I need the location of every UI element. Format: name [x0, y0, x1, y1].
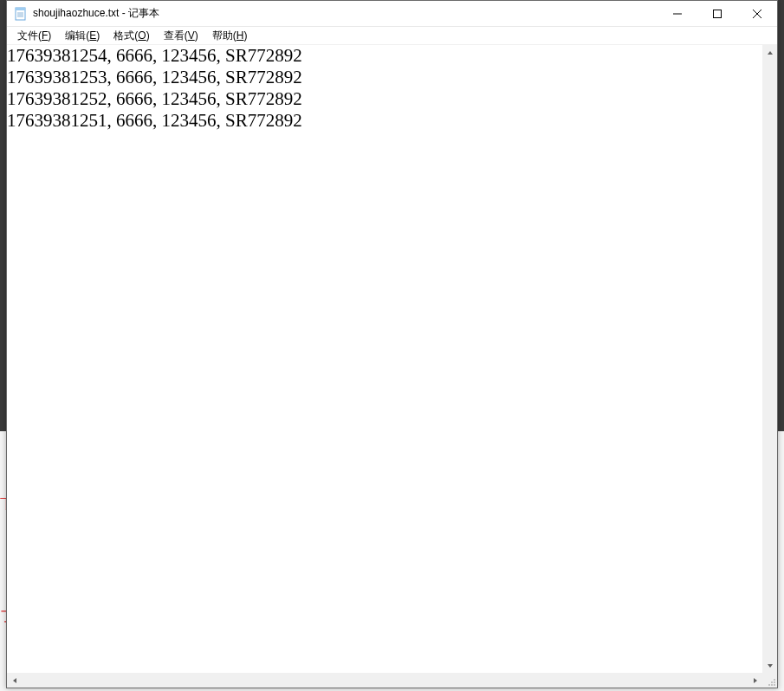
- menu-view[interactable]: 查看(V): [157, 27, 205, 45]
- svg-rect-6: [714, 10, 722, 17]
- vertical-scrollbar[interactable]: [762, 45, 777, 673]
- notepad-icon: [14, 7, 28, 21]
- menu-file[interactable]: 文件(F): [10, 27, 58, 45]
- svg-marker-11: [13, 678, 16, 683]
- scroll-up-arrow-icon[interactable]: [762, 45, 777, 60]
- svg-marker-12: [754, 678, 757, 683]
- svg-marker-10: [768, 664, 773, 668]
- maximize-button[interactable]: [697, 1, 737, 27]
- text-area[interactable]: 17639381254, 6666, 123456, SR772892 1763…: [7, 45, 777, 688]
- svg-point-16: [768, 684, 770, 686]
- scroll-left-arrow-icon[interactable]: [7, 673, 22, 688]
- notepad-window: shoujihaozhuce.txt - 记事本 文件(F) 编辑(E) 格式(…: [6, 0, 778, 688]
- menu-help[interactable]: 帮助(H): [205, 27, 255, 45]
- svg-marker-9: [768, 51, 773, 55]
- svg-rect-1: [16, 8, 25, 10]
- scroll-down-arrow-icon[interactable]: [762, 658, 777, 673]
- menu-edit[interactable]: 编辑(E): [58, 27, 107, 45]
- minimize-button[interactable]: [658, 1, 697, 27]
- window-title: shoujihaozhuce.txt - 记事本: [33, 6, 159, 21]
- scroll-right-arrow-icon[interactable]: [748, 673, 762, 688]
- resize-grip-icon[interactable]: [762, 673, 777, 688]
- horizontal-scrollbar[interactable]: [7, 673, 777, 688]
- menu-format[interactable]: 格式(O): [107, 27, 156, 45]
- client-area: 17639381254, 6666, 123456, SR772892 1763…: [7, 45, 777, 688]
- titlebar[interactable]: shoujihaozhuce.txt - 记事本: [7, 1, 777, 27]
- svg-point-15: [774, 681, 775, 683]
- text-content[interactable]: 17639381254, 6666, 123456, SR772892 1763…: [7, 45, 762, 673]
- menubar: 文件(F) 编辑(E) 格式(O) 查看(V) 帮助(H): [7, 27, 777, 45]
- svg-point-13: [774, 684, 775, 686]
- svg-point-18: [774, 679, 775, 681]
- svg-point-17: [771, 681, 773, 683]
- close-button[interactable]: [737, 1, 777, 27]
- svg-point-14: [771, 684, 773, 686]
